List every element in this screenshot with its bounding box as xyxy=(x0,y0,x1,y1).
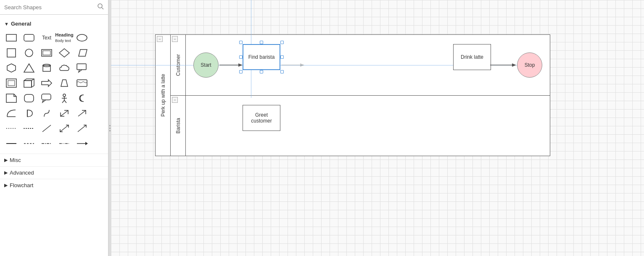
svg-line-40 xyxy=(60,125,69,132)
svg-rect-18 xyxy=(24,81,32,87)
shape-dashed-line[interactable] xyxy=(21,137,37,150)
canvas-area[interactable]: − Perk up with a latte − Customer Start xyxy=(111,0,644,256)
section-header-general[interactable]: ▼ General xyxy=(0,18,108,29)
svg-rect-17 xyxy=(8,81,15,86)
svg-line-36 xyxy=(78,110,86,116)
shape-bidirectional-line[interactable] xyxy=(56,122,72,135)
search-input[interactable] xyxy=(4,4,95,10)
shape-cross-frame[interactable] xyxy=(3,76,19,90)
flowchart-label: Flowchart xyxy=(10,182,33,188)
lane-customer-collapse-btn[interactable]: − xyxy=(172,36,178,42)
shape-arrow-line[interactable] xyxy=(74,122,90,135)
svg-line-1 xyxy=(102,8,103,9)
general-label: General xyxy=(11,21,31,27)
shape-flag[interactable] xyxy=(74,76,90,90)
svg-marker-9 xyxy=(59,49,69,57)
shape-callout-rect[interactable] xyxy=(74,61,90,75)
advanced-label: Advanced xyxy=(10,170,34,176)
shape-page[interactable] xyxy=(3,91,19,105)
find-barista-label: Find barista xyxy=(248,54,275,60)
shape-person[interactable] xyxy=(56,91,72,105)
shape-empty5 xyxy=(92,91,108,105)
flowchart-expand-arrow: ▶ xyxy=(4,183,8,188)
shape-arrow-right[interactable] xyxy=(39,76,55,90)
shape-solid-line[interactable] xyxy=(3,137,19,150)
svg-marker-22 xyxy=(42,80,52,86)
shape-diamond[interactable] xyxy=(56,46,72,60)
lane-barista-content: Greet customer xyxy=(186,96,550,156)
svg-rect-27 xyxy=(42,94,51,100)
shape-long-dashed2[interactable] xyxy=(56,137,72,150)
shape-dotted-short[interactable] xyxy=(3,122,19,135)
advanced-expand-arrow: ▶ xyxy=(4,170,8,175)
shape-crescent[interactable] xyxy=(74,91,90,105)
svg-line-32 xyxy=(64,100,66,103)
svg-point-6 xyxy=(25,49,33,57)
general-collapse-arrow: ▼ xyxy=(4,21,9,26)
shape-diagonal-line[interactable] xyxy=(39,122,55,135)
shape-drink-latte[interactable]: Drink latte xyxy=(453,44,491,70)
outer-collapse-button[interactable]: − xyxy=(157,36,163,42)
shape-dotted-round[interactable] xyxy=(21,122,37,135)
svg-rect-7 xyxy=(42,50,52,56)
shapes-panel: ▼ General Text HeadingBody text xyxy=(0,15,108,256)
shape-square[interactable] xyxy=(3,46,19,60)
shape-heading[interactable]: HeadingBody text xyxy=(56,31,72,44)
search-icon[interactable] xyxy=(98,3,104,11)
shape-start-node[interactable]: Start xyxy=(193,52,219,78)
shape-find-barista[interactable]: Find barista xyxy=(243,44,280,70)
lane-barista-collapse-btn[interactable]: − xyxy=(172,97,178,103)
lane-customer-header: − Customer xyxy=(171,35,186,95)
shape-arrow-up-right[interactable] xyxy=(74,107,90,120)
shape-ellipse[interactable] xyxy=(74,31,90,44)
shape-greet-customer[interactable]: Greet customer xyxy=(243,105,280,131)
shape-half-circle[interactable] xyxy=(3,107,19,120)
outer-lane-title-bar: − Perk up with a latte xyxy=(156,35,171,156)
shape-double-rect[interactable] xyxy=(39,46,55,60)
shape-arrow-end[interactable] xyxy=(74,137,90,150)
shape-long-dashed[interactable] xyxy=(39,137,55,150)
shape-s-curve[interactable] xyxy=(39,107,55,120)
shape-rounded-square[interactable] xyxy=(21,91,37,105)
shape-hexagon[interactable] xyxy=(3,61,19,75)
shape-parallelogram[interactable] xyxy=(74,46,90,60)
shape-trapezoid[interactable] xyxy=(56,76,72,90)
shape-circle[interactable] xyxy=(21,46,37,60)
lanes-container: − Customer Start xyxy=(171,35,550,156)
section-header-misc[interactable]: ▶ Misc xyxy=(0,154,108,166)
section-header-flowchart[interactable]: ▶ Flowchart xyxy=(0,179,108,191)
shape-empty3 xyxy=(92,61,108,75)
general-shapes-grid: Text HeadingBody text xyxy=(0,29,108,154)
shape-rounded-rect[interactable] xyxy=(21,31,37,44)
section-header-advanced[interactable]: ▶ Advanced xyxy=(0,166,108,179)
shape-rectangle[interactable] xyxy=(3,31,19,44)
lane-barista-label: Barista xyxy=(175,118,181,133)
svg-marker-11 xyxy=(7,64,16,72)
shape-double-arrow[interactable] xyxy=(56,107,72,120)
drink-latte-label: Drink latte xyxy=(461,54,483,60)
lane-barista: − Barista Greet customer xyxy=(171,96,550,156)
shape-triangle[interactable] xyxy=(21,61,37,75)
shape-cylinder[interactable] xyxy=(39,61,55,75)
shape-empty6 xyxy=(92,107,108,120)
shape-text[interactable]: Text xyxy=(39,31,55,44)
svg-point-4 xyxy=(77,34,87,41)
shape-empty xyxy=(92,31,108,44)
shape-cloud[interactable] xyxy=(56,61,72,75)
svg-line-39 xyxy=(42,125,51,132)
svg-line-41 xyxy=(78,125,86,132)
lane-barista-header: − Barista xyxy=(171,96,186,156)
svg-marker-53 xyxy=(512,63,516,67)
shape-stop-node[interactable]: Stop xyxy=(517,52,542,78)
arrow-start-to-find xyxy=(219,61,243,69)
shape-callout[interactable] xyxy=(39,91,55,105)
outer-lane-title-text: Perk up with a latte xyxy=(160,74,166,117)
svg-marker-23 xyxy=(61,80,68,86)
arrow-drink-to-stop xyxy=(490,61,516,69)
shape-d-shape[interactable] xyxy=(21,107,37,120)
shape-empty2 xyxy=(92,46,108,60)
shape-3d-box[interactable] xyxy=(21,76,37,90)
swimlane-diagram: − Perk up with a latte − Customer Start xyxy=(155,34,550,156)
svg-line-31 xyxy=(62,100,64,103)
svg-rect-26 xyxy=(24,94,34,102)
